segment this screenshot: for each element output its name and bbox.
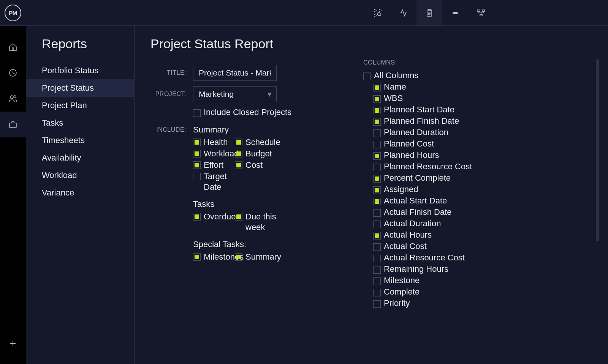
special-milestones-checkbox[interactable] — [193, 253, 201, 261]
summary-target-date-label: Target Date — [204, 171, 235, 192]
columns-label: COLUMNS: — [363, 59, 593, 66]
sidebar-item-timesheets[interactable]: Timesheets — [26, 132, 134, 149]
clock-icon[interactable] — [0, 60, 26, 86]
column-checkbox-planned-finish-date[interactable] — [373, 118, 381, 126]
column-checkbox-complete[interactable] — [373, 289, 381, 296]
sidebar-item-tasks[interactable]: Tasks — [26, 114, 134, 132]
column-checkbox-actual-start-date[interactable] — [373, 198, 381, 205]
scrollbar-thumb[interactable] — [596, 59, 599, 241]
column-checkbox-planned-hours[interactable] — [373, 152, 381, 160]
column-row-complete: Complete — [373, 286, 585, 298]
summary-effort-label: Effort — [204, 160, 223, 170]
column-checkbox-actual-hours[interactable] — [373, 232, 381, 240]
column-label: Priority — [384, 298, 410, 309]
column-label: Actual Cost — [384, 241, 427, 252]
svg-rect-12 — [482, 10, 484, 11]
content-area: Project Status Report TITLE: PROJECT: Ma… — [135, 26, 608, 364]
column-checkbox-name[interactable] — [373, 84, 381, 91]
column-checkbox-percent-complete[interactable] — [373, 175, 381, 183]
add-icon[interactable] — [0, 331, 26, 356]
column-label: Complete — [384, 286, 420, 298]
svg-rect-22 — [10, 123, 16, 128]
column-label: Planned Finish Date — [384, 115, 459, 127]
svg-point-3 — [377, 13, 380, 16]
column-checkbox-actual-resource-cost[interactable] — [373, 255, 381, 262]
summary-schedule-checkbox[interactable] — [235, 139, 242, 146]
summary-target-date-row: Target Date — [193, 171, 235, 192]
summary-effort-row: Effort — [193, 160, 235, 170]
column-checkbox-planned-resource-cost[interactable] — [373, 164, 381, 171]
column-checkbox-actual-cost[interactable] — [373, 243, 381, 251]
sidebar-item-portfolio-status[interactable]: Portfolio Status — [26, 62, 134, 79]
activity-icon[interactable] — [391, 0, 416, 25]
include-closed-checkbox[interactable] — [193, 109, 201, 117]
svg-rect-13 — [480, 14, 482, 16]
column-checkbox-remaining-hours[interactable] — [373, 266, 381, 274]
column-checkbox-planned-cost[interactable] — [373, 141, 381, 148]
search-zoom-icon[interactable] — [365, 0, 391, 25]
sidebar-title: Reports — [26, 36, 134, 62]
column-label: Actual Finish Date — [384, 206, 452, 218]
special-summary-checkbox[interactable] — [235, 253, 242, 261]
scrollbar-track[interactable] — [596, 59, 599, 295]
column-label: Actual Duration — [384, 218, 441, 229]
sidebar-item-variance[interactable]: Variance — [26, 184, 134, 202]
left-rail — [0, 26, 26, 364]
sidebar-item-project-status[interactable]: Project Status — [26, 79, 134, 97]
column-checkbox-wbs[interactable] — [373, 95, 381, 103]
column-row-planned-cost: Planned Cost — [373, 138, 585, 150]
column-row-actual-start-date: Actual Start Date — [373, 195, 585, 206]
column-row-planned-resource-cost: Planned Resource Cost — [373, 161, 585, 172]
svg-rect-18 — [12, 48, 14, 50]
special-summary-row: Summary — [235, 252, 277, 262]
column-checkbox-planned-duration[interactable] — [373, 129, 381, 137]
column-row-actual-duration: Actual Duration — [373, 218, 585, 229]
summary-effort-checkbox[interactable] — [193, 161, 201, 169]
column-row-priority: Priority — [373, 298, 585, 309]
column-checkbox-milestone[interactable] — [373, 277, 381, 285]
summary-budget-row: Budget — [235, 148, 277, 159]
app-logo[interactable]: PM — [5, 5, 21, 21]
column-label: Actual Hours — [384, 229, 432, 241]
tasks-due-this-week-checkbox[interactable] — [235, 213, 242, 221]
summary-target-date-checkbox[interactable] — [193, 173, 201, 180]
column-label: Actual Resource Cost — [384, 252, 465, 263]
summary-schedule-row: Schedule — [235, 137, 277, 148]
tasks-overdue-checkbox[interactable] — [193, 213, 201, 221]
column-all-checkbox[interactable] — [363, 72, 371, 80]
sidebar-item-project-plan[interactable]: Project Plan — [26, 97, 134, 114]
column-checkbox-priority[interactable] — [373, 300, 381, 308]
svg-rect-1 — [379, 9, 381, 11]
home-icon[interactable] — [0, 34, 26, 60]
include-closed-label: Include Closed Projects — [204, 107, 291, 117]
minus-icon[interactable] — [442, 0, 468, 25]
column-row-remaining-hours: Remaining Hours — [373, 263, 585, 275]
column-checkbox-planned-start-date[interactable] — [373, 107, 381, 114]
special-summary-label: Summary — [245, 252, 281, 262]
column-checkbox-actual-duration[interactable] — [373, 221, 381, 228]
summary-workload-checkbox[interactable] — [193, 150, 201, 158]
sidebar-item-availability[interactable]: Availability — [26, 149, 134, 167]
summary-budget-checkbox[interactable] — [235, 150, 242, 158]
special-milestones-row: Milestones — [193, 252, 235, 262]
column-row-wbs: WBS — [373, 93, 585, 104]
hierarchy-icon[interactable] — [468, 0, 494, 25]
project-select[interactable]: Marketing ▾ — [193, 86, 277, 102]
sidebar-item-workload[interactable]: Workload — [26, 167, 134, 184]
people-icon[interactable] — [0, 86, 26, 112]
column-label: Remaining Hours — [384, 263, 448, 275]
column-label: Actual Start Date — [384, 195, 447, 206]
summary-cost-checkbox[interactable] — [235, 161, 242, 169]
column-label: Assigned — [384, 184, 418, 195]
column-label: Planned Duration — [384, 127, 448, 138]
column-row-planned-duration: Planned Duration — [373, 127, 585, 138]
clipboard-icon[interactable] — [416, 0, 442, 25]
summary-workload-label: Workload — [204, 148, 239, 159]
summary-health-checkbox[interactable] — [193, 139, 201, 146]
title-input[interactable] — [193, 65, 277, 81]
column-checkbox-assigned[interactable] — [373, 186, 381, 194]
summary-schedule-label: Schedule — [245, 137, 280, 148]
column-checkbox-actual-finish-date[interactable] — [373, 209, 381, 217]
briefcase-icon[interactable] — [0, 112, 26, 137]
summary-cost-label: Cost — [245, 160, 263, 170]
